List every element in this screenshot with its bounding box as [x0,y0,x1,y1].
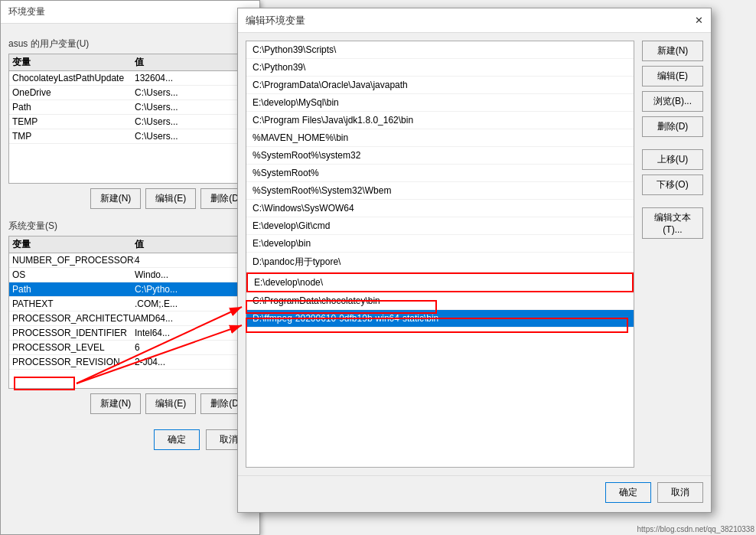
list-item[interactable]: C:\Python39\ [246,59,634,77]
table-row[interactable]: OneDrive C:\Users... [9,86,245,100]
table-row[interactable]: TEMP C:\Users... [9,115,245,129]
list-item[interactable]: E:\develop\bin [246,235,634,253]
dialog-down-button[interactable]: 下移(O) [642,175,703,195]
dialog-body: C:\Python39\Scripts\ C:\Python39\ C:\Pro… [238,33,711,475]
table-row[interactable]: ChocolateyLastPathUpdate 132604... [9,71,245,86]
table-row[interactable]: NUMBER_OF_PROCESSORS 4 [9,253,245,268]
list-item[interactable]: %SystemRoot%\system32 [246,147,634,165]
list-item[interactable]: C:\ProgramData\chocolatey\bin [246,292,634,310]
dialog-cancel-button[interactable]: 取消 [657,482,703,503]
path-list[interactable]: C:\Python39\Scripts\ C:\Python39\ C:\Pro… [246,41,634,468]
env-body: asus 的用户变量(U) 变量 值 ChocolateyLastPathUpd… [1,24,259,458]
user-new-button[interactable]: 新建(N) [90,188,142,209]
table-row[interactable]: TMP C:\Users... [9,129,245,144]
table-row[interactable]: PATHEXT .COM;.E... [9,297,245,312]
user-edit-button[interactable]: 编辑(E) [145,188,196,209]
user-vars-table: 变量 值 ChocolateyLastPathUpdate 132604... … [8,54,246,184]
dialog-side-buttons: 新建(N) 编辑(E) 浏览(B)... 删除(D) 上移(U) 下移(O) 编… [642,41,703,468]
list-item[interactable]: E:\develop\Git\cmd [246,217,634,235]
table-row[interactable]: PROCESSOR_IDENTIFIER Intel64... [9,326,245,341]
ffmpeg-path-item[interactable]: D:\ffmpeg-20200610-9dfb19b-win64-static\… [246,310,634,328]
list-item[interactable]: %SystemRoot%\System32\Wbem [246,182,634,200]
watermark: https://blog.csdn.net/qq_38210338 [637,525,754,533]
system-section-label: 系统变量(S) [8,220,252,233]
env-title: 环境变量 [8,5,45,18]
dialog-delete-button[interactable]: 删除(D) [642,116,703,137]
table-row[interactable]: PROCESSOR_ARCHITECTURE AMD64... [9,312,245,326]
list-item[interactable]: C:\ProgramData\Oracle\Java\javapath [246,77,634,94]
dialog-browse-button[interactable]: 浏览(B)... [642,91,703,112]
list-item[interactable]: E:\develop\MySql\bin [246,94,634,112]
list-item[interactable]: C:\Program Files\Java\jdk1.8.0_162\bin [246,112,634,129]
table-row[interactable]: PROCESSOR_REVISION 2-J04... [9,355,245,370]
user-header-val: 值 [135,56,242,69]
node-path-item[interactable]: E:\develop\node\ [246,272,634,292]
list-item[interactable]: C:\Python39\Scripts\ [246,41,634,59]
edit-dialog-close-icon[interactable]: ✕ [695,15,703,26]
sys-edit-button[interactable]: 编辑(E) [145,393,196,414]
list-item[interactable]: %MAVEN_HOME%\bin [246,129,634,147]
dialog-edit-button[interactable]: 编辑(E) [642,66,703,86]
user-header-var: 变量 [12,56,135,69]
env-window: 环境变量 ✕ asus 的用户变量(U) 变量 值 ChocolateyLast… [0,0,260,535]
env-title-bar: 环境变量 ✕ [1,1,259,24]
table-row[interactable]: OS Windo... [9,268,245,282]
dialog-footer: 确定 取消 [238,475,711,509]
dialog-up-button[interactable]: 上移(U) [642,149,703,170]
system-table-header: 变量 值 [9,237,245,253]
user-table-header: 变量 值 [9,54,245,71]
path-system-row[interactable]: Path C:\Pytho... [9,282,245,297]
edit-dialog: 编辑环境变量 ✕ C:\Python39\Scripts\ C:\Python3… [237,8,712,513]
dialog-new-button[interactable]: 新建(N) [642,41,703,61]
list-item[interactable]: D:\pandoc用于typore\ [246,253,634,272]
list-item[interactable]: C:\Windows\SysWOW64 [246,200,634,217]
edit-dialog-title-bar: 编辑环境变量 ✕ [238,8,711,33]
user-section-label: asus 的用户变量(U) [8,38,252,51]
dialog-ok-button[interactable]: 确定 [605,482,651,503]
env-ok-button[interactable]: 确定 [154,429,200,450]
table-row[interactable]: Path C:\Users... [9,100,245,115]
table-row[interactable]: PROCESSOR_LEVEL 6 [9,341,245,355]
sys-new-button[interactable]: 新建(N) [90,393,142,414]
system-vars-table: 变量 值 NUMBER_OF_PROCESSORS 4 OS Windo... … [8,236,246,389]
dialog-edit-text-button[interactable]: 编辑文本(T)... [642,207,703,239]
list-item[interactable]: %SystemRoot% [246,165,634,182]
edit-dialog-title: 编辑环境变量 [246,14,305,28]
